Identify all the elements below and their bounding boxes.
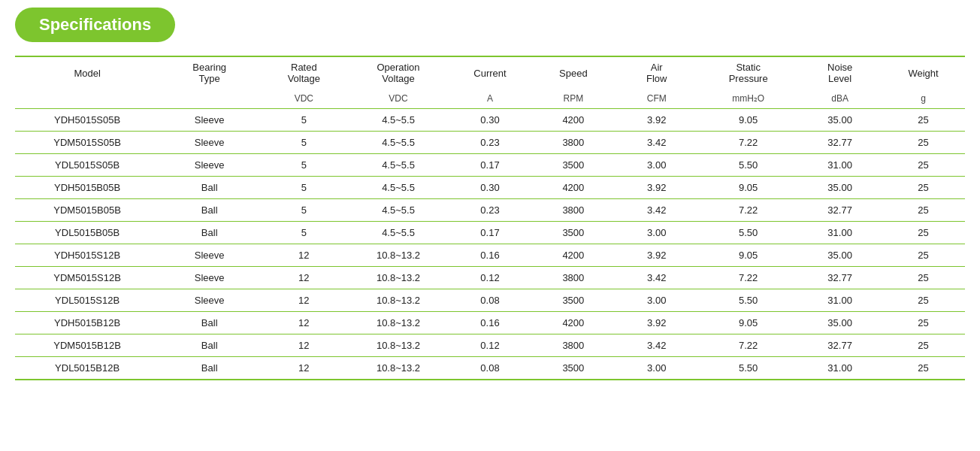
cell-rated_voltage: 5	[259, 177, 348, 199]
cell-speed: 3500	[531, 357, 615, 380]
cell-speed: 3800	[531, 132, 615, 154]
cell-operation_voltage: 10.8~13.2	[348, 267, 448, 289]
cell-weight: 25	[882, 334, 965, 357]
cell-bearing: Ball	[159, 312, 259, 334]
cell-rated_voltage: 12	[259, 289, 348, 312]
cell-operation_voltage: 4.5~5.5	[348, 177, 448, 199]
cell-bearing: Sleeve	[159, 132, 259, 154]
cell-static_pressure: 5.50	[698, 357, 798, 380]
table-row: YDM5015S12BSleeve1210.8~13.20.1238003.42…	[15, 267, 965, 289]
cell-noise_level: 35.00	[798, 109, 882, 132]
cell-weight: 25	[882, 132, 965, 154]
cell-air_flow: 3.92	[615, 312, 698, 334]
cell-weight: 25	[882, 222, 965, 244]
table-row: YDL5015S12BSleeve1210.8~13.20.0835003.00…	[15, 289, 965, 312]
unit-air-flow: CFM	[615, 89, 698, 109]
cell-current: 0.12	[449, 267, 532, 289]
table-row: YDM5015B05BBall54.5~5.50.2338003.427.223…	[15, 199, 965, 222]
cell-air_flow: 3.00	[615, 154, 698, 177]
cell-operation_voltage: 4.5~5.5	[348, 222, 448, 244]
cell-model: YDH5015B05B	[15, 177, 159, 199]
cell-model: YDH5015B12B	[15, 312, 159, 334]
cell-weight: 25	[882, 244, 965, 267]
cell-operation_voltage: 4.5~5.5	[348, 199, 448, 222]
cell-noise_level: 32.77	[798, 267, 882, 289]
cell-speed: 3500	[531, 222, 615, 244]
unit-weight: g	[882, 89, 965, 109]
table-row: YDM5015S05BSleeve54.5~5.50.2338003.427.2…	[15, 132, 965, 154]
cell-noise_level: 31.00	[798, 289, 882, 312]
cell-weight: 25	[882, 267, 965, 289]
table-row: YDH5015B05BBall54.5~5.50.3042003.929.053…	[15, 177, 965, 199]
title-pill: Specifications	[15, 8, 175, 42]
table-row: YDM5015B12BBall1210.8~13.20.1238003.427.…	[15, 334, 965, 357]
cell-speed: 3500	[531, 154, 615, 177]
cell-static_pressure: 5.50	[698, 154, 798, 177]
cell-model: YDM5015S05B	[15, 132, 159, 154]
cell-speed: 3500	[531, 289, 615, 312]
cell-model: YDM5015B05B	[15, 199, 159, 222]
col-header-operation-voltage: OperationVoltage	[348, 57, 448, 89]
unit-rated-voltage: VDC	[259, 89, 348, 109]
cell-bearing: Sleeve	[159, 244, 259, 267]
col-header-current: Current	[449, 57, 532, 89]
cell-bearing: Ball	[159, 177, 259, 199]
cell-static_pressure: 7.22	[698, 267, 798, 289]
cell-model: YDM5015B12B	[15, 334, 159, 357]
cell-current: 0.17	[449, 154, 532, 177]
unit-model	[15, 89, 159, 109]
cell-air_flow: 3.92	[615, 109, 698, 132]
cell-rated_voltage: 5	[259, 132, 348, 154]
cell-current: 0.08	[449, 357, 532, 380]
cell-noise_level: 31.00	[798, 222, 882, 244]
table-row: YDL5015S05BSleeve54.5~5.50.1735003.005.5…	[15, 154, 965, 177]
cell-static_pressure: 9.05	[698, 109, 798, 132]
cell-current: 0.30	[449, 177, 532, 199]
cell-current: 0.12	[449, 334, 532, 357]
col-header-model: Model	[15, 57, 159, 89]
cell-speed: 4200	[531, 312, 615, 334]
cell-air_flow: 3.92	[615, 244, 698, 267]
col-header-static-pressure: StaticPressure	[698, 57, 798, 89]
cell-noise_level: 31.00	[798, 154, 882, 177]
unit-current: A	[449, 89, 532, 109]
cell-bearing: Ball	[159, 357, 259, 380]
table-row: YDH5015S05BSleeve54.5~5.50.3042003.929.0…	[15, 109, 965, 132]
cell-bearing: Sleeve	[159, 289, 259, 312]
table-row: YDL5015B05BBall54.5~5.50.1735003.005.503…	[15, 222, 965, 244]
cell-operation_voltage: 10.8~13.2	[348, 289, 448, 312]
cell-noise_level: 31.00	[798, 357, 882, 380]
cell-air_flow: 3.42	[615, 334, 698, 357]
cell-bearing: Sleeve	[159, 109, 259, 132]
cell-rated_voltage: 12	[259, 267, 348, 289]
cell-noise_level: 35.00	[798, 244, 882, 267]
col-header-air-flow: AirFlow	[615, 57, 698, 89]
cell-current: 0.16	[449, 312, 532, 334]
cell-weight: 25	[882, 357, 965, 380]
table-row: YDH5015B12BBall1210.8~13.20.1642003.929.…	[15, 312, 965, 334]
cell-current: 0.08	[449, 289, 532, 312]
cell-noise_level: 35.00	[798, 312, 882, 334]
unit-static-pressure: mmH₂O	[698, 89, 798, 109]
col-header-bearing: BearingType	[159, 57, 259, 89]
unit-noise-level: dBA	[798, 89, 882, 109]
cell-rated_voltage: 5	[259, 222, 348, 244]
unit-speed: RPM	[531, 89, 615, 109]
cell-bearing: Ball	[159, 199, 259, 222]
cell-operation_voltage: 4.5~5.5	[348, 132, 448, 154]
cell-rated_voltage: 5	[259, 199, 348, 222]
cell-operation_voltage: 4.5~5.5	[348, 154, 448, 177]
cell-model: YDL5015B05B	[15, 222, 159, 244]
cell-model: YDH5015S05B	[15, 109, 159, 132]
cell-weight: 25	[882, 154, 965, 177]
cell-rated_voltage: 5	[259, 109, 348, 132]
cell-speed: 4200	[531, 177, 615, 199]
cell-air_flow: 3.42	[615, 199, 698, 222]
cell-model: YDL5015S05B	[15, 154, 159, 177]
specifications-table-wrapper: Model BearingType RatedVoltage Operation…	[15, 56, 965, 380]
cell-current: 0.17	[449, 222, 532, 244]
table-row: YDL5015B12BBall1210.8~13.20.0835003.005.…	[15, 357, 965, 380]
cell-bearing: Ball	[159, 222, 259, 244]
table-row: YDH5015S12BSleeve1210.8~13.20.1642003.92…	[15, 244, 965, 267]
cell-current: 0.16	[449, 244, 532, 267]
